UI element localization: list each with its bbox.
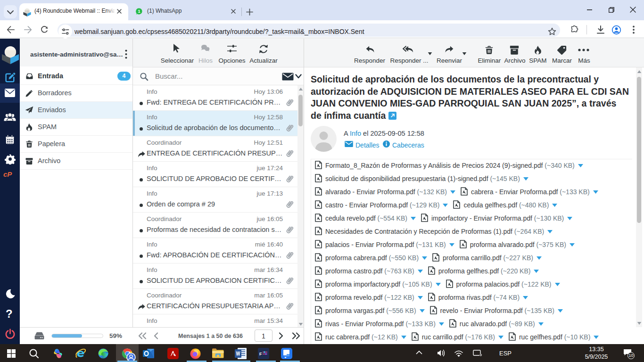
svg-text:F: F [259, 352, 262, 356]
svg-text:1: 1 [138, 9, 140, 14]
